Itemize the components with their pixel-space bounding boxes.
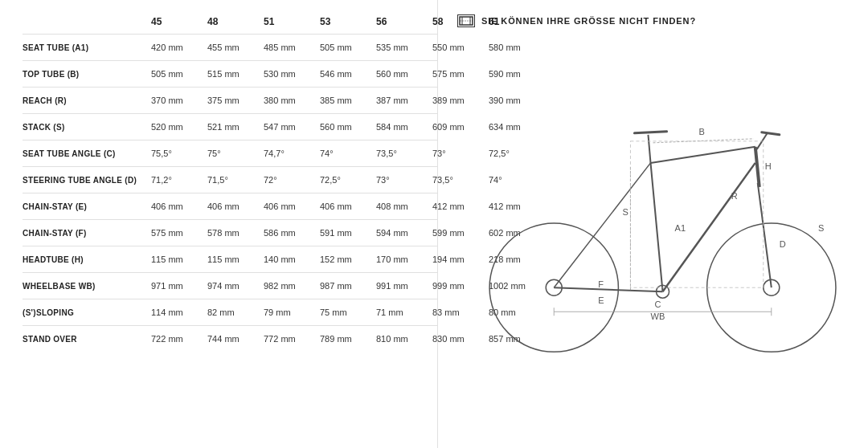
cell-5-0: 71,2° (151, 175, 207, 185)
size-col-56: 56 (376, 16, 432, 27)
table-row: STEERING TUBE ANGLE (D)71,2°71,5°72°72,5… (23, 166, 437, 193)
cell-6-1: 406 mm (207, 202, 264, 211)
cell-7-1: 578 mm (207, 228, 264, 238)
cell-6-4: 408 mm (376, 202, 432, 211)
cell-11-0: 722 mm (151, 334, 207, 344)
cell-4-3: 74° (320, 149, 376, 158)
row-label-8: HEADTUBE (H) (23, 255, 151, 264)
cell-4-4: 73,5° (376, 149, 432, 158)
cell-10-1: 82 mm (207, 307, 264, 317)
svg-text:D: D (780, 239, 786, 249)
cell-10-0: 114 mm (151, 307, 207, 317)
cell-5-2: 72° (264, 175, 320, 185)
svg-line-21 (653, 139, 753, 143)
table-row: SEAT TUBE ANGLE (C)75,5°75°74,7°74°73,5°… (23, 140, 437, 166)
cell-4-0: 75,5° (151, 149, 207, 158)
cell-6-2: 406 mm (264, 202, 320, 211)
table-row: (S')SLOPING114 mm82 mm79 mm75 mm71 mm83 … (23, 299, 437, 325)
svg-text:C: C (655, 299, 661, 309)
size-header-row: 45485153565861 (23, 16, 437, 27)
diagram-panel: SIE KÖNNEN IHRE GRÖSSE NICHT FINDEN? (438, 0, 868, 448)
row-label-10: (S')SLOPING (23, 308, 151, 317)
cell-1-1: 515 mm (207, 69, 264, 79)
cell-3-4: 584 mm (376, 122, 432, 132)
cell-11-2: 772 mm (264, 334, 320, 344)
size-col-45: 45 (151, 16, 207, 27)
cell-0-0: 420 mm (151, 43, 207, 52)
cell-5-1: 71,5° (207, 175, 264, 185)
cell-0-1: 455 mm (207, 43, 264, 52)
svg-text:R: R (731, 191, 738, 201)
svg-text:A1: A1 (675, 223, 686, 233)
svg-line-9 (554, 287, 662, 291)
row-label-3: STACK (S) (23, 123, 151, 132)
cell-9-3: 987 mm (320, 281, 376, 291)
cell-3-0: 520 mm (151, 122, 207, 132)
size-table-panel: 45485153565861 SEAT TUBE (A1)420 mm455 m… (0, 0, 438, 448)
row-label-5: STEERING TUBE ANGLE (D) (23, 176, 151, 185)
svg-text:S: S (818, 223, 824, 233)
svg-line-11 (650, 147, 755, 163)
diagram-header: SIE KÖNNEN IHRE GRÖSSE NICHT FINDEN? (457, 14, 852, 27)
cell-1-4: 560 mm (376, 69, 432, 79)
cell-4-1: 75° (207, 149, 264, 158)
cell-11-3: 789 mm (320, 334, 376, 344)
empty-col (23, 16, 151, 27)
cell-8-4: 170 mm (376, 255, 432, 264)
cell-5-3: 72,5° (320, 175, 376, 185)
row-label-6: CHAIN-STAY (E) (23, 202, 151, 211)
table-row: CHAIN-STAY (E)406 mm406 mm406 mm406 mm40… (23, 193, 437, 219)
svg-text:WB: WB (650, 312, 665, 321)
cell-7-2: 586 mm (264, 228, 320, 238)
cell-10-4: 71 mm (376, 307, 432, 317)
size-col-48: 48 (207, 16, 264, 27)
cell-9-0: 971 mm (151, 281, 207, 291)
cell-10-3: 75 mm (320, 307, 376, 317)
cell-9-4: 991 mm (376, 281, 432, 291)
cell-3-1: 521 mm (207, 122, 264, 132)
cell-2-3: 385 mm (320, 96, 376, 105)
row-label-11: STAND OVER (23, 335, 151, 344)
cell-8-3: 152 mm (320, 255, 376, 264)
cell-0-4: 535 mm (376, 43, 432, 52)
table-row: WHEELBASE WB)971 mm974 mm982 mm987 mm991… (23, 272, 437, 299)
svg-text:F: F (598, 279, 604, 289)
table-row: TOP TUBE (B)505 mm515 mm530 mm546 mm560 … (23, 60, 437, 87)
cell-1-0: 505 mm (151, 69, 207, 79)
cell-6-0: 406 mm (151, 202, 207, 211)
cell-2-1: 375 mm (207, 96, 264, 105)
table-body: SEAT TUBE (A1)420 mm455 mm485 mm505 mm53… (23, 34, 437, 352)
table-row: CHAIN-STAY (F)575 mm578 mm586 mm591 mm59… (23, 219, 437, 246)
size-col-53: 53 (320, 16, 376, 27)
row-label-7: CHAIN-STAY (F) (23, 229, 151, 238)
cell-7-3: 591 mm (320, 228, 376, 238)
table-row: STACK (S)520 mm521 mm547 mm560 mm584 mm6… (23, 113, 437, 140)
svg-text:E: E (598, 295, 604, 305)
cell-5-4: 73° (376, 175, 432, 185)
main-container: 45485153565861 SEAT TUBE (A1)420 mm455 m… (0, 0, 868, 448)
cell-2-2: 380 mm (264, 96, 320, 105)
svg-line-17 (634, 132, 666, 133)
cell-4-2: 74,7° (264, 149, 320, 158)
cell-8-1: 115 mm (207, 255, 264, 264)
cell-7-4: 594 mm (376, 228, 432, 238)
cell-2-4: 387 mm (376, 96, 432, 105)
table-row: REACH (R)370 mm375 mm380 mm385 mm387 mm3… (23, 87, 437, 113)
cell-11-4: 810 mm (376, 334, 432, 344)
row-label-1: TOP TUBE (B) (23, 70, 151, 79)
bike-diagram-svg: B R H S S A1 D E F WB C (457, 39, 852, 376)
cell-3-2: 547 mm (264, 122, 320, 132)
svg-line-16 (648, 135, 650, 163)
row-label-0: SEAT TUBE (A1) (23, 43, 151, 52)
row-label-2: REACH (R) (23, 96, 151, 105)
cell-1-3: 546 mm (320, 69, 376, 79)
cell-9-1: 974 mm (207, 281, 264, 291)
table-row: STAND OVER722 mm744 mm772 mm789 mm810 mm… (23, 325, 437, 352)
size-guide-icon (457, 14, 475, 27)
cell-10-2: 79 mm (264, 307, 320, 317)
diagram-header-text: SIE KÖNNEN IHRE GRÖSSE NICHT FINDEN? (481, 16, 696, 26)
cell-2-0: 370 mm (151, 96, 207, 105)
cell-8-2: 140 mm (264, 255, 320, 264)
cell-3-3: 560 mm (320, 122, 376, 132)
table-row: SEAT TUBE (A1)420 mm455 mm485 mm505 mm53… (23, 34, 437, 60)
